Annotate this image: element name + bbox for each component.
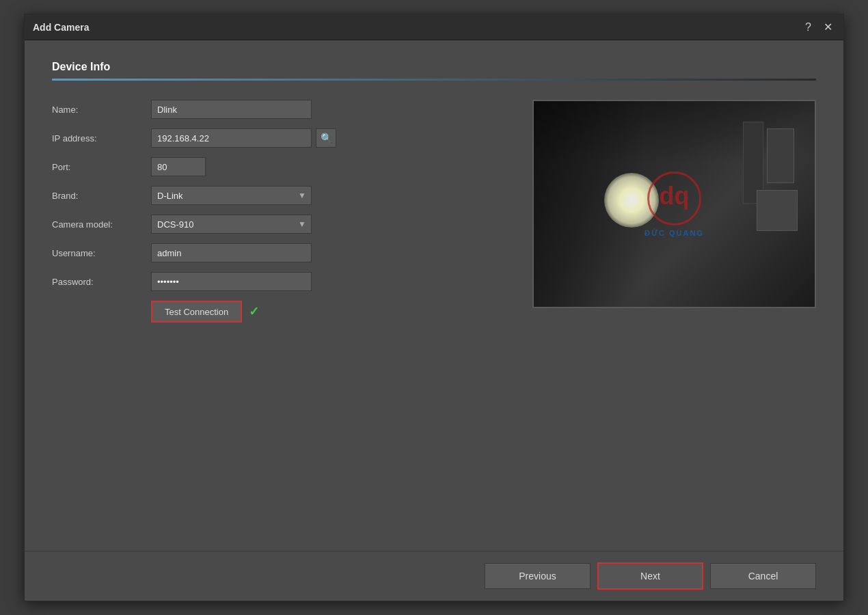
port-input[interactable] <box>151 157 206 176</box>
preview-section: dq ĐỨC QUANG <box>532 100 816 308</box>
camera-image: dq ĐỨC QUANG <box>534 101 815 307</box>
test-connection-row: Test Connection ✓ <box>151 301 505 323</box>
ip-input[interactable] <box>151 128 312 148</box>
dialog-footer: Previous Next Cancel <box>25 551 843 601</box>
brand-row: Brand: D-Link Axis Hikvision Dahua ▼ <box>52 186 505 205</box>
connection-success-icon: ✓ <box>249 304 259 319</box>
form-section: Name: IP address: 🔍 Port: <box>52 100 505 323</box>
username-row: Username: <box>52 243 505 262</box>
close-button[interactable]: ✕ <box>821 20 835 33</box>
camera-model-select-wrapper: DCS-910 DCS-920 DCS-930 ▼ <box>151 215 312 234</box>
camera-model-row: Camera model: DCS-910 DCS-920 DCS-930 ▼ <box>52 215 505 234</box>
brand-select[interactable]: D-Link Axis Hikvision Dahua <box>151 186 312 205</box>
dialog-title: Add Camera <box>33 22 89 33</box>
username-input[interactable] <box>151 243 312 262</box>
port-label: Port: <box>52 162 151 172</box>
brand-select-wrapper: D-Link Axis Hikvision Dahua ▼ <box>151 186 312 205</box>
ip-input-group: 🔍 <box>151 128 336 148</box>
next-button[interactable]: Next <box>597 562 703 590</box>
port-row: Port: <box>52 157 505 176</box>
camera-shapes <box>719 115 801 251</box>
add-camera-dialog: Add Camera ? ✕ Device Info Name: IP addr… <box>24 14 844 601</box>
help-button[interactable]: ? <box>802 21 814 33</box>
name-row: Name: <box>52 100 505 119</box>
password-input[interactable] <box>151 272 312 291</box>
shape-1 <box>767 128 794 183</box>
section-bar <box>52 79 816 81</box>
password-row: Password: <box>52 272 505 291</box>
ip-label: IP address: <box>52 133 151 144</box>
ip-row: IP address: 🔍 <box>52 128 505 148</box>
username-label: Username: <box>52 248 151 258</box>
name-input[interactable] <box>151 100 312 119</box>
brand-label: Brand: <box>52 191 151 201</box>
title-bar: Add Camera ? ✕ <box>25 14 843 40</box>
section-title: Device Info <box>52 61 816 73</box>
camera-light-effect <box>604 173 659 228</box>
test-connection-button[interactable]: Test Connection <box>151 301 242 323</box>
title-bar-controls: ? ✕ <box>802 20 835 33</box>
previous-button[interactable]: Previous <box>485 563 591 589</box>
name-label: Name: <box>52 105 151 115</box>
camera-preview: dq ĐỨC QUANG <box>532 100 816 308</box>
dialog-content: Device Info Name: IP address: 🔍 <box>25 40 843 551</box>
camera-model-select[interactable]: DCS-910 DCS-920 DCS-930 <box>151 215 312 234</box>
cancel-button[interactable]: Cancel <box>710 563 816 589</box>
camera-scene <box>534 101 815 307</box>
ip-search-button[interactable]: 🔍 <box>316 128 336 148</box>
password-label: Password: <box>52 277 151 287</box>
form-preview-row: Name: IP address: 🔍 Port: <box>52 100 816 323</box>
shape-3 <box>757 190 798 231</box>
camera-model-label: Camera model: <box>52 219 151 230</box>
